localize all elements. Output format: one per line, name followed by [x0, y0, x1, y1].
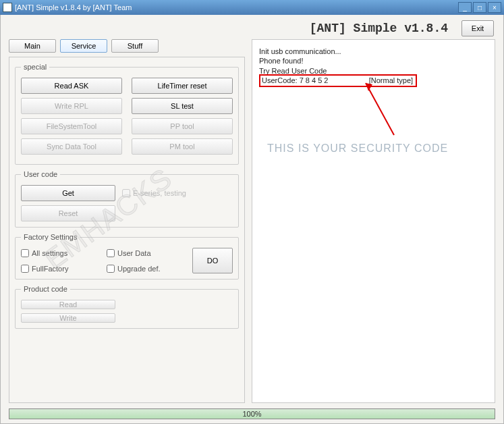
usercode-legend: User code: [21, 170, 60, 178]
log-line: Phone found!: [259, 56, 488, 65]
tab-service[interactable]: Service: [60, 39, 107, 53]
eseries-checkbox: E-series, testing: [122, 189, 186, 197]
upgrade-def-checkbox[interactable]: Upgrade def.: [107, 265, 186, 273]
usercode-group: User code Get E-series, testing Reset: [15, 170, 239, 228]
svg-line-0: [366, 83, 394, 135]
reset-usercode-button: Reset: [21, 205, 115, 221]
exit-button[interactable]: Exit: [461, 20, 494, 36]
sync-data-tool-button: Sync Data Tool: [21, 138, 122, 155]
usercode-highlight: UserCode: 7 8 4 5 2 [Normal type]: [259, 74, 417, 87]
pm-tool-button: PM tool: [132, 138, 233, 155]
special-legend: special: [21, 63, 49, 71]
do-button[interactable]: DO: [192, 248, 233, 273]
lifetimer-reset-button[interactable]: LifeTimer reset: [132, 78, 233, 94]
get-usercode-button[interactable]: Get: [21, 185, 115, 201]
usercode-value: 7 8 4 5 2: [300, 76, 367, 84]
close-button[interactable]: ×: [488, 2, 501, 13]
read-productcode-button: Read: [21, 300, 115, 309]
app-title: [ANT] Simple v1.8.4: [310, 22, 448, 35]
productcode-group: Product code Read Write: [15, 285, 239, 329]
sl-test-button[interactable]: SL test: [132, 98, 233, 114]
app-header: [ANT] Simple v1.8.4 Exit: [1, 15, 503, 39]
window-title: [ANT] Simple v1.8.4 by [ANT] Team: [15, 3, 458, 11]
left-panel: special Read ASK LifeTimer reset Write R…: [9, 57, 245, 403]
read-ask-button[interactable]: Read ASK: [21, 78, 122, 94]
window-titlebar: [ANT] Simple v1.8.4 by [ANT] Team _ □ ×: [0, 0, 504, 15]
fullfactory-checkbox[interactable]: FullFactory: [21, 265, 100, 273]
minimize-button[interactable]: _: [458, 2, 472, 13]
usercode-type: [Normal type]: [369, 76, 413, 84]
annotation-text: This is your Security code: [267, 142, 488, 155]
pp-tool-button: PP tool: [132, 118, 233, 134]
progress-bar: 100%: [9, 408, 495, 419]
productcode-legend: Product code: [21, 285, 70, 293]
progress-text: 100%: [242, 410, 261, 418]
user-data-checkbox[interactable]: User Data: [107, 249, 186, 257]
maximize-button[interactable]: □: [473, 2, 486, 13]
log-line: Init usb communication...: [259, 47, 488, 56]
all-settings-checkbox[interactable]: All settings: [21, 249, 100, 257]
log-panel: Init usb communication... Phone found! T…: [252, 39, 495, 403]
tab-bar: Main Service Stuff: [9, 39, 245, 53]
window-controls: _ □ ×: [458, 2, 501, 13]
special-group: special Read ASK LifeTimer reset Write R…: [15, 63, 239, 165]
filesystemtool-button: FileSystemTool: [21, 118, 122, 134]
write-productcode-button: Write: [21, 313, 115, 323]
tab-main[interactable]: Main: [9, 39, 56, 53]
write-rpl-button: Write RPL: [21, 98, 122, 114]
factory-legend: Factory Settings: [21, 233, 80, 241]
usercode-label: UserCode:: [262, 76, 298, 84]
tab-stuff[interactable]: Stuff: [111, 39, 159, 53]
factory-group: Factory Settings All settings User Data …: [15, 233, 239, 280]
app-icon: [3, 3, 12, 12]
